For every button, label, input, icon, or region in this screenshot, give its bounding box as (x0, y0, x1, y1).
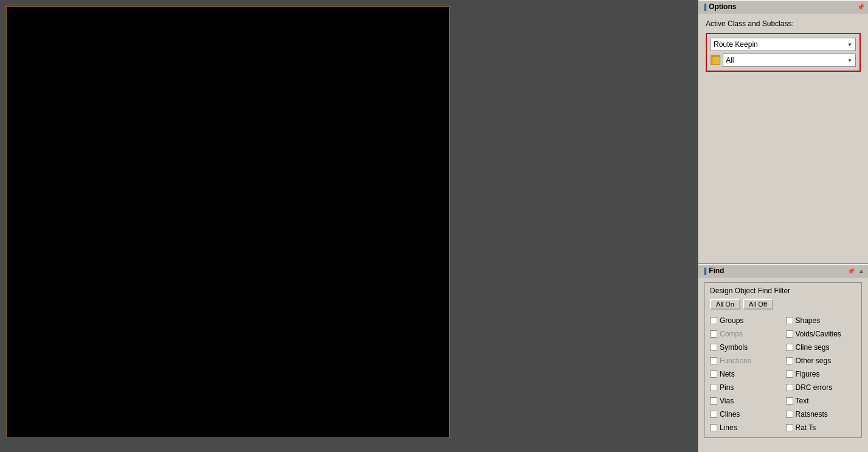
checkbox-figures[interactable] (786, 370, 793, 378)
label-groups: Groups (720, 316, 743, 325)
options-section: Options 📌 Active Class and Subclass: Rou… (698, 0, 868, 264)
label-cline-segs: Cline segs (796, 343, 830, 352)
checkbox-vias[interactable] (710, 397, 717, 405)
filter-item-comps: Comps (710, 328, 781, 340)
filter-item-figures: Figures (786, 368, 857, 380)
filter-item-symbols: Symbols (710, 341, 781, 353)
checkbox-text[interactable] (786, 397, 793, 405)
find-arrow-up-icon[interactable]: ▲ (858, 268, 864, 274)
label-clines: Clines (720, 410, 740, 419)
canvas-viewport (6, 6, 450, 438)
options-header-controls: 📌 (857, 4, 864, 10)
color-swatch-outer (711, 55, 720, 65)
subclass-dropdown-wrapper: All (723, 54, 856, 67)
options-pin-icon[interactable]: 📌 (857, 4, 864, 10)
active-class-label: Active Class and Subclass: (706, 19, 861, 28)
label-figures: Figures (796, 370, 820, 378)
color-swatch-inner (712, 57, 720, 65)
label-symbols: Symbols (720, 343, 748, 352)
filter-item-groups: Groups (710, 315, 781, 327)
filter-group: Design Object Find Filter All On All Off… (704, 282, 862, 438)
checkbox-lines[interactable] (710, 424, 717, 431)
label-vias: Vias (720, 397, 734, 405)
filter-item-nets: Nets (710, 368, 781, 380)
checkbox-drc-errors[interactable] (786, 384, 793, 391)
checkbox-comps[interactable] (710, 330, 717, 338)
find-header: Find 📌 ▲ (698, 264, 868, 277)
find-content: Design Object Find Filter All On All Off… (698, 277, 868, 443)
class-dropdown-wrapper: Route Keepin (711, 38, 856, 51)
filter-buttons: All On All Off (710, 299, 856, 310)
class-dropdown-row: Route Keepin (711, 38, 856, 51)
filter-item-clines: Clines (710, 408, 781, 420)
find-title-text: Find (709, 266, 724, 275)
label-pins: Pins (720, 383, 734, 392)
label-functions: Functions (720, 356, 751, 365)
label-lines: Lines (720, 423, 737, 432)
class-dropdown[interactable]: Route Keepin (711, 38, 856, 51)
label-text: Text (796, 397, 809, 405)
subclass-row: All (711, 54, 856, 67)
subclass-dropdown[interactable]: All (723, 54, 856, 67)
label-drc-errors: DRC errors (796, 383, 833, 392)
checkbox-shapes[interactable] (786, 317, 793, 324)
checkbox-groups[interactable] (710, 317, 717, 324)
label-other-segs: Other segs (796, 356, 832, 365)
filter-item-rat-ts: Rat Ts (786, 422, 857, 434)
find-section: Find 📌 ▲ Design Object Find Filter All O… (698, 264, 868, 452)
label-rat-ts: Rat Ts (796, 423, 816, 432)
canvas-area (0, 0, 698, 452)
filter-item-vias: Vias (710, 395, 781, 407)
label-nets: Nets (720, 370, 735, 378)
options-content: Active Class and Subclass: Route Keepin (698, 13, 868, 263)
checkbox-cline-segs[interactable] (786, 344, 793, 351)
all-off-button[interactable]: All Off (743, 299, 773, 310)
checkbox-other-segs[interactable] (786, 357, 793, 364)
filter-item-ratsnests: Ratsnests (786, 408, 857, 420)
filter-item-shapes: Shapes (786, 315, 857, 327)
label-voids: Voids/Cavities (796, 330, 841, 338)
right-panel: Options 📌 Active Class and Subclass: Rou… (698, 0, 868, 452)
filter-item-cline-segs: Cline segs (786, 341, 857, 353)
filter-item-drc-errors: DRC errors (786, 381, 857, 394)
options-title-text: Options (709, 2, 736, 11)
find-header-controls: 📌 ▲ (847, 268, 864, 274)
filter-item-voids: Voids/Cavities (786, 328, 857, 340)
all-on-button[interactable]: All On (710, 299, 740, 310)
filter-grid: Groups Shapes Comps Voids/Cavities (710, 315, 856, 434)
checkbox-clines[interactable] (710, 411, 717, 418)
class-selector-box: Route Keepin All (706, 33, 861, 72)
find-title: Find (702, 266, 724, 275)
filter-item-other-segs: Other segs (786, 355, 857, 367)
filter-item-functions: Functions (710, 355, 781, 367)
find-pin-icon[interactable]: 📌 (847, 268, 855, 274)
label-shapes: Shapes (796, 316, 821, 325)
filter-item-text: Text (786, 395, 857, 407)
filter-item-lines: Lines (710, 422, 781, 434)
options-title: Options (702, 2, 736, 11)
checkbox-ratsnests[interactable] (786, 411, 793, 418)
checkbox-voids[interactable] (786, 330, 793, 338)
filter-item-pins: Pins (710, 381, 781, 394)
checkbox-nets[interactable] (710, 370, 717, 378)
checkbox-symbols[interactable] (710, 344, 717, 351)
checkbox-functions[interactable] (710, 357, 717, 364)
label-comps: Comps (720, 330, 743, 338)
label-ratsnests: Ratsnests (796, 410, 828, 419)
filter-group-label: Design Object Find Filter (710, 287, 856, 295)
options-header: Options 📌 (698, 0, 868, 13)
checkbox-rat-ts[interactable] (786, 424, 793, 431)
checkbox-pins[interactable] (710, 384, 717, 391)
